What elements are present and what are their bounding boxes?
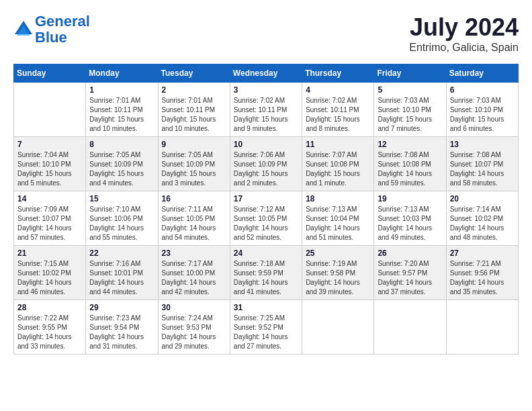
day-number: 26	[378, 248, 442, 258]
weekday-header-wednesday: Wednesday	[230, 64, 302, 83]
day-number: 7	[17, 140, 82, 149]
day-info: Sunrise: 7:02 AM Sunset: 10:11 PM Daylig…	[234, 96, 298, 134]
week-row-3: 14Sunrise: 7:09 AM Sunset: 10:07 PM Dayl…	[14, 191, 519, 246]
day-info: Sunrise: 7:01 AM Sunset: 10:11 PM Daylig…	[162, 96, 226, 134]
day-info: Sunrise: 7:12 AM Sunset: 10:05 PM Daylig…	[234, 205, 298, 242]
calendar-cell: 3Sunrise: 7:02 AM Sunset: 10:11 PM Dayli…	[230, 83, 302, 137]
day-info: Sunrise: 7:13 AM Sunset: 10:03 PM Daylig…	[378, 205, 442, 242]
logo-icon	[13, 19, 34, 40]
day-number: 11	[306, 140, 370, 149]
day-number: 21	[17, 248, 82, 258]
calendar-cell: 4Sunrise: 7:02 AM Sunset: 10:11 PM Dayli…	[302, 83, 374, 137]
calendar-cell: 10Sunrise: 7:06 AM Sunset: 10:09 PM Dayl…	[230, 137, 302, 191]
day-number: 29	[89, 303, 154, 312]
day-number: 13	[450, 140, 515, 149]
calendar-cell: 11Sunrise: 7:07 AM Sunset: 10:08 PM Dayl…	[302, 137, 374, 191]
day-number: 18	[306, 194, 370, 203]
day-info: Sunrise: 7:07 AM Sunset: 10:08 PM Daylig…	[306, 150, 370, 188]
day-info: Sunrise: 7:02 AM Sunset: 10:11 PM Daylig…	[306, 96, 370, 134]
day-info: Sunrise: 7:08 AM Sunset: 10:08 PM Daylig…	[378, 150, 442, 188]
day-info: Sunrise: 7:22 AM Sunset: 9:55 PM Dayligh…	[17, 314, 82, 351]
day-info: Sunrise: 7:11 AM Sunset: 10:05 PM Daylig…	[162, 205, 226, 242]
logo-line2: Blue	[35, 29, 67, 46]
day-info: Sunrise: 7:13 AM Sunset: 10:04 PM Daylig…	[306, 205, 370, 242]
week-row-1: 1Sunrise: 7:01 AM Sunset: 10:11 PM Dayli…	[14, 83, 519, 137]
logo-line1: General	[35, 13, 90, 30]
day-number: 4	[306, 85, 370, 95]
day-info: Sunrise: 7:03 AM Sunset: 10:10 PM Daylig…	[378, 96, 442, 134]
calendar-cell: 16Sunrise: 7:11 AM Sunset: 10:05 PM Dayl…	[158, 191, 230, 246]
day-number: 15	[89, 194, 154, 203]
calendar-cell: 30Sunrise: 7:24 AM Sunset: 9:53 PM Dayli…	[158, 300, 230, 355]
weekday-header-row: SundayMondayTuesdayWednesdayThursdayFrid…	[14, 64, 519, 83]
calendar-cell: 12Sunrise: 7:08 AM Sunset: 10:08 PM Dayl…	[374, 137, 446, 191]
calendar-cell: 9Sunrise: 7:05 AM Sunset: 10:09 PM Dayli…	[158, 137, 230, 191]
weekday-header-saturday: Saturday	[446, 64, 518, 83]
day-info: Sunrise: 7:08 AM Sunset: 10:07 PM Daylig…	[450, 150, 515, 188]
day-number: 5	[378, 85, 442, 95]
calendar-cell: 26Sunrise: 7:20 AM Sunset: 9:57 PM Dayli…	[374, 246, 446, 300]
calendar-cell	[302, 300, 374, 355]
day-info: Sunrise: 7:20 AM Sunset: 9:57 PM Dayligh…	[378, 259, 442, 297]
calendar-cell: 21Sunrise: 7:15 AM Sunset: 10:02 PM Dayl…	[14, 246, 86, 300]
day-info: Sunrise: 7:18 AM Sunset: 9:59 PM Dayligh…	[234, 259, 298, 297]
day-number: 2	[162, 85, 226, 95]
day-number: 31	[234, 303, 298, 312]
day-number: 30	[162, 303, 226, 312]
title-area: July 2024 Entrimo, Galicia, Spain	[409, 13, 519, 54]
day-info: Sunrise: 7:01 AM Sunset: 10:11 PM Daylig…	[89, 96, 154, 134]
day-number: 20	[450, 194, 515, 203]
calendar-cell: 20Sunrise: 7:14 AM Sunset: 10:02 PM Dayl…	[446, 191, 518, 246]
week-row-4: 21Sunrise: 7:15 AM Sunset: 10:02 PM Dayl…	[14, 246, 519, 300]
logo-text: General Blue	[35, 13, 90, 46]
calendar-cell	[14, 83, 86, 137]
weekday-header-monday: Monday	[86, 64, 158, 83]
calendar-cell: 15Sunrise: 7:10 AM Sunset: 10:06 PM Dayl…	[86, 191, 158, 246]
calendar-cell	[374, 300, 446, 355]
day-number: 16	[162, 194, 226, 203]
day-number: 22	[89, 248, 154, 258]
week-row-2: 7Sunrise: 7:04 AM Sunset: 10:10 PM Dayli…	[14, 137, 519, 191]
day-info: Sunrise: 7:15 AM Sunset: 10:02 PM Daylig…	[17, 259, 82, 297]
calendar-cell: 5Sunrise: 7:03 AM Sunset: 10:10 PM Dayli…	[374, 83, 446, 137]
calendar-cell: 24Sunrise: 7:18 AM Sunset: 9:59 PM Dayli…	[230, 246, 302, 300]
weekday-header-sunday: Sunday	[14, 64, 86, 83]
day-info: Sunrise: 7:21 AM Sunset: 9:56 PM Dayligh…	[450, 259, 515, 297]
day-number: 8	[89, 140, 154, 149]
day-info: Sunrise: 7:03 AM Sunset: 10:10 PM Daylig…	[450, 96, 515, 134]
calendar-cell: 29Sunrise: 7:23 AM Sunset: 9:54 PM Dayli…	[86, 300, 158, 355]
day-number: 10	[234, 140, 298, 149]
weekday-header-thursday: Thursday	[302, 64, 374, 83]
day-number: 24	[234, 248, 298, 258]
calendar-cell: 14Sunrise: 7:09 AM Sunset: 10:07 PM Dayl…	[14, 191, 86, 246]
calendar-cell: 7Sunrise: 7:04 AM Sunset: 10:10 PM Dayli…	[14, 137, 86, 191]
day-info: Sunrise: 7:04 AM Sunset: 10:10 PM Daylig…	[17, 150, 82, 188]
calendar-cell: 27Sunrise: 7:21 AM Sunset: 9:56 PM Dayli…	[446, 246, 518, 300]
calendar-cell: 31Sunrise: 7:25 AM Sunset: 9:52 PM Dayli…	[230, 300, 302, 355]
calendar-cell: 1Sunrise: 7:01 AM Sunset: 10:11 PM Dayli…	[86, 83, 158, 137]
day-info: Sunrise: 7:09 AM Sunset: 10:07 PM Daylig…	[17, 205, 82, 242]
calendar-cell: 6Sunrise: 7:03 AM Sunset: 10:10 PM Dayli…	[446, 83, 518, 137]
calendar-cell: 23Sunrise: 7:17 AM Sunset: 10:00 PM Dayl…	[158, 246, 230, 300]
day-info: Sunrise: 7:24 AM Sunset: 9:53 PM Dayligh…	[162, 314, 226, 351]
day-number: 3	[234, 85, 298, 95]
day-info: Sunrise: 7:16 AM Sunset: 10:01 PM Daylig…	[89, 259, 154, 297]
day-info: Sunrise: 7:23 AM Sunset: 9:54 PM Dayligh…	[89, 314, 154, 351]
calendar-cell: 28Sunrise: 7:22 AM Sunset: 9:55 PM Dayli…	[14, 300, 86, 355]
day-number: 12	[378, 140, 442, 149]
day-info: Sunrise: 7:25 AM Sunset: 9:52 PM Dayligh…	[234, 314, 298, 351]
calendar-cell: 13Sunrise: 7:08 AM Sunset: 10:07 PM Dayl…	[446, 137, 518, 191]
day-number: 14	[17, 194, 82, 203]
week-row-5: 28Sunrise: 7:22 AM Sunset: 9:55 PM Dayli…	[14, 300, 519, 355]
header: General Blue July 2024 Entrimo, Galicia,…	[13, 13, 519, 54]
day-info: Sunrise: 7:05 AM Sunset: 10:09 PM Daylig…	[89, 150, 154, 188]
day-number: 25	[306, 248, 370, 258]
day-info: Sunrise: 7:19 AM Sunset: 9:58 PM Dayligh…	[306, 259, 370, 297]
day-info: Sunrise: 7:14 AM Sunset: 10:02 PM Daylig…	[450, 205, 515, 242]
logo: General Blue	[13, 13, 90, 46]
calendar-cell	[446, 300, 518, 355]
weekday-header-friday: Friday	[374, 64, 446, 83]
day-number: 28	[17, 303, 82, 312]
calendar-table: SundayMondayTuesdayWednesdayThursdayFrid…	[13, 64, 519, 355]
calendar-cell: 17Sunrise: 7:12 AM Sunset: 10:05 PM Dayl…	[230, 191, 302, 246]
